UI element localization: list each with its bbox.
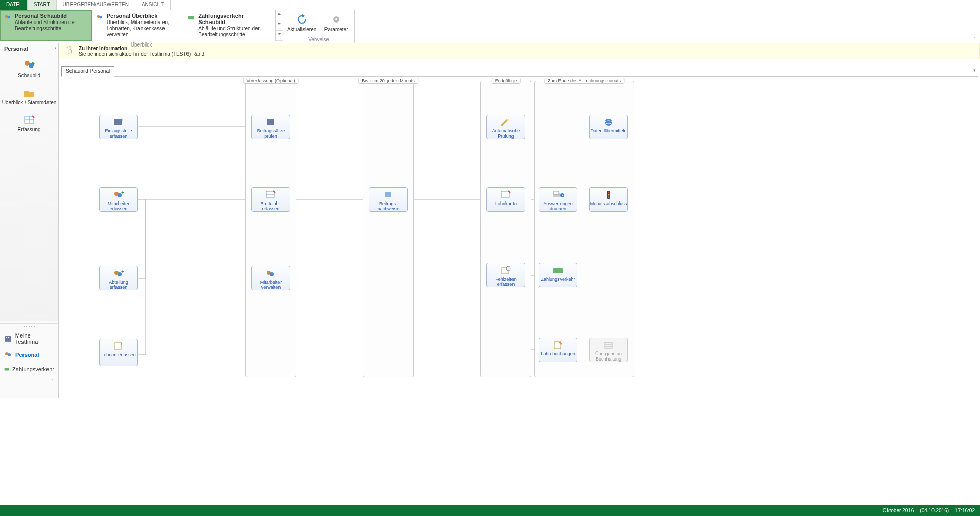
parameter-button[interactable]: Parameter <box>322 12 350 34</box>
node-lohnbuchungen[interactable]: Lohn-buchungen <box>539 338 577 362</box>
calendar-clock-icon <box>487 265 525 276</box>
refresh-label: Aktualisieren <box>287 27 316 32</box>
svg-point-49 <box>270 272 274 276</box>
tab-file[interactable]: DATEI <box>0 0 28 10</box>
node-uebergabe-buchhaltung[interactable]: Übergabe an Buchhaltung <box>589 338 628 362</box>
node-beitragsnachweise[interactable]: Beitrags-nachweise <box>369 187 408 212</box>
ribbon-spinner[interactable]: ▲ ▼ ▾ <box>275 10 283 41</box>
node-zahlungsverkehr[interactable]: Zahlungsverkehr <box>539 263 577 287</box>
nav-expand-icon[interactable]: ˅ <box>0 376 58 386</box>
ribbon-personal-ueberblick[interactable]: Personal ÜberblickÜberblick, Mitarbeiter… <box>92 10 184 41</box>
left-item-erfassung[interactable]: Erfassung <box>0 108 58 136</box>
svg-point-62 <box>608 192 610 193</box>
tab-handover[interactable]: ÜBERGEBEN/AUSWERTEN <box>57 0 135 10</box>
svg-rect-4 <box>188 16 194 20</box>
node-abteilung-erfassen[interactable]: +Abteilung erfassen <box>99 266 138 290</box>
left-item-schaubild[interactable]: Schaubild <box>0 54 58 81</box>
grid-edit-icon <box>252 190 290 200</box>
nav-zahlungsverkehr[interactable]: Zahlungsverkehr <box>0 362 58 376</box>
node-auswertungen[interactable]: Auswertungen drucken <box>539 187 577 212</box>
spin-more[interactable]: ▾ <box>276 31 283 41</box>
collapse-left-icon[interactable]: ‹ <box>55 46 56 51</box>
svg-point-64 <box>608 197 610 198</box>
people-icon <box>4 14 12 22</box>
svg-point-54 <box>506 266 510 271</box>
ledger-icon <box>590 340 627 350</box>
svg-point-2 <box>97 15 99 18</box>
cube-icon <box>369 190 407 200</box>
svg-point-55 <box>605 119 612 126</box>
ribbon-zahlungsverkehr-schaubild[interactable]: Zahlungsverkehr SchaubildAbläufe und Str… <box>183 10 275 41</box>
node-mitarbeiter-erfassen[interactable]: +Mitarbeiter erfassen <box>99 187 138 212</box>
spin-up[interactable]: ▲ <box>276 10 283 20</box>
nav-label: Meine Testfirma <box>15 332 54 345</box>
ribbon-group-label: Verweise <box>283 36 354 43</box>
node-auto-pruefung[interactable]: Automatische Prüfung <box>486 115 525 139</box>
ribbon-collapse-button[interactable]: ˄ <box>973 36 976 42</box>
content-tabstrip: Schaubild Personal ▾ <box>61 66 978 77</box>
folder-icon <box>0 86 58 99</box>
tab-start[interactable]: START <box>28 0 57 10</box>
nav-label: Personal <box>15 352 39 358</box>
left-item-ueberblick[interactable]: Überblick / Stammdaten <box>0 81 58 108</box>
svg-text:+: + <box>121 190 124 195</box>
tab-bar: DATEI START ÜBERGEBEN/AUSWERTEN ANSICHT <box>0 0 980 10</box>
tabstrip-expand-icon[interactable]: ▾ <box>973 68 976 73</box>
node-monatsabschluss[interactable]: Monats-abschluss <box>589 187 628 212</box>
main-area: Schaubild Personal ▾ <box>61 66 978 502</box>
svg-rect-50 <box>385 192 391 197</box>
spin-down[interactable]: ▼ <box>276 20 283 31</box>
status-date: (04.10.2016) <box>920 508 949 513</box>
nav-personal[interactable]: Personal <box>0 348 58 362</box>
ribbon-personal-schaubild[interactable]: Personal SchaubildAbläufe und Strukturen… <box>0 10 92 41</box>
gear-icon <box>330 13 342 26</box>
col-title: Vorerfassung (Optional) <box>243 78 298 84</box>
tab-schaubild-personal[interactable]: Schaubild Personal <box>61 66 114 77</box>
svg-rect-67 <box>605 342 612 348</box>
node-bruttolohn[interactable]: Bruttolohn erfassen <box>251 187 290 212</box>
svg-point-63 <box>608 194 610 196</box>
svg-point-1 <box>7 16 10 18</box>
grid-edit-icon <box>487 190 525 200</box>
people-icon <box>96 14 104 22</box>
col-title: Zum Ende des Abrechnungsmonats <box>544 78 624 84</box>
nav-testfirma[interactable]: Meine Testfirma <box>0 329 58 348</box>
wand-icon <box>487 117 525 127</box>
nav-grip[interactable]: • • • • • <box>0 323 58 329</box>
money-icon <box>4 365 9 373</box>
building-plus-icon: + <box>100 117 137 127</box>
svg-rect-17 <box>5 368 9 370</box>
svg-rect-45 <box>267 119 274 125</box>
node-fehlzeiten[interactable]: Fehlzeiten erfassen <box>486 263 525 287</box>
col-title: Endgültige <box>492 78 521 84</box>
left-item-label: Schaubild <box>0 73 58 78</box>
svg-text:+: + <box>121 118 124 123</box>
svg-point-16 <box>8 353 11 356</box>
node-beitragssaetze[interactable]: Beitragssätze prüfen <box>251 115 290 139</box>
status-bar: Oktober 2016 (04.10.2016) 17:16:02 <box>0 505 980 516</box>
node-lohnart-erfassen[interactable]: +Lohnart erfassen <box>99 339 138 366</box>
building-check-icon <box>252 117 290 127</box>
node-mitarbeiter-verwalten[interactable]: Mitarbeiter verwalten <box>251 266 290 290</box>
money-icon <box>539 265 577 276</box>
globe-icon <box>590 117 627 127</box>
schaubild-icon <box>0 59 58 72</box>
money-icon <box>187 14 195 22</box>
traffic-light-icon <box>590 190 627 200</box>
printer-play-icon <box>539 190 577 200</box>
svg-text:+: + <box>120 342 123 347</box>
node-einzugsstelle[interactable]: +Einzugsstelle erfassen <box>99 115 138 139</box>
refresh-button[interactable]: Aktualisieren <box>287 12 316 34</box>
node-daten-uebermitteln[interactable]: Daten übermitteln <box>589 115 628 139</box>
svg-rect-12 <box>5 336 11 342</box>
left-pane-title: Personal‹ <box>0 43 58 54</box>
people-plus-icon: + <box>100 268 137 279</box>
svg-point-3 <box>99 16 102 18</box>
col-title: Bis zum 20. jeden Monats <box>358 78 418 84</box>
ribbon-item-title: Personal Überblick <box>107 13 180 19</box>
parameter-label: Parameter <box>322 27 350 32</box>
tab-view[interactable]: ANSICHT <box>135 0 171 10</box>
info-icon: ❔! <box>64 46 75 56</box>
node-lohnkonto[interactable]: Lohnkonto <box>486 187 525 212</box>
nav-label: Zahlungsverkehr <box>12 366 54 372</box>
